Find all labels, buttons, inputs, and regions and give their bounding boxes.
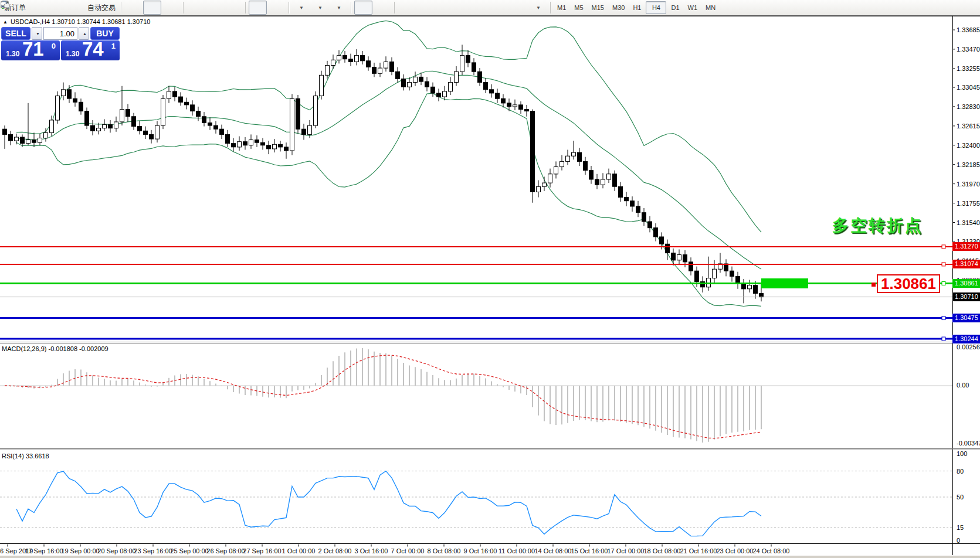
macd-axis-label: 0.00 bbox=[957, 382, 969, 389]
time-axis-label: 11 Oct 00:00 bbox=[499, 547, 535, 554]
current-price-badge: 1.30710 bbox=[952, 292, 980, 301]
symbol-header[interactable]: ▲ USDCAD-,H4 1.30710 1.30744 1.30681 1.3… bbox=[3, 18, 150, 25]
level-handle[interactable] bbox=[942, 245, 945, 249]
level-price-badge: 1.30861 bbox=[952, 279, 980, 288]
bollinger-bands bbox=[16, 21, 761, 307]
mt4-window: 新订单 自动交易 bbox=[0, 0, 980, 558]
time-axis-label: 2 Oct 08:00 bbox=[318, 547, 352, 554]
highlight-box[interactable] bbox=[761, 278, 808, 288]
price-tick-label: 1.31970 bbox=[957, 181, 980, 188]
macd-signal-line bbox=[5, 355, 761, 438]
rsi-axis-label: 0 bbox=[957, 537, 960, 544]
time-axis-label: 21 Oct 16:00 bbox=[680, 547, 717, 554]
level-handle[interactable] bbox=[942, 317, 945, 320]
price-tick-label: 1.33045 bbox=[957, 84, 980, 91]
one-click-trading-panel: SELL ▼ ▲ BUY 1.30 71 0 1.30 74 1 bbox=[1, 27, 120, 60]
macd-histogram bbox=[5, 348, 761, 443]
rsi-axis-label: 15 bbox=[957, 524, 964, 531]
rsi-axis-label: 80 bbox=[957, 468, 964, 475]
time-axis-label: 20 Sep 08:00 bbox=[97, 547, 135, 554]
level-handle[interactable] bbox=[942, 263, 945, 266]
price-callout-anchor bbox=[872, 283, 876, 287]
sell-price-display[interactable]: 1.30 71 0 bbox=[1, 40, 60, 60]
time-axis-label: 1 Oct 00:00 bbox=[282, 547, 316, 554]
price-tick-label: 1.33255 bbox=[957, 65, 980, 72]
time-axis-label: 26 Sep 08:00 bbox=[206, 547, 245, 554]
level-price-badge: 1.31270 bbox=[952, 242, 980, 251]
price-callout[interactable]: 1.30861 bbox=[877, 274, 940, 293]
level-handle[interactable] bbox=[942, 337, 945, 341]
time-axis-label: 15 Oct 16:00 bbox=[571, 547, 608, 554]
level-price-badge: 1.30244 bbox=[952, 335, 980, 343]
rsi-axis-label: 100 bbox=[957, 450, 967, 457]
price-tick-label: 1.32185 bbox=[957, 161, 980, 168]
time-axis-label: 27 Sep 16:00 bbox=[243, 547, 281, 554]
buy-price-sup: 1 bbox=[111, 42, 116, 50]
buy-price-prefix: 1.30 bbox=[66, 50, 79, 58]
time-axis-label: 18 Oct 08:00 bbox=[644, 547, 681, 554]
price-tick-label: 1.31755 bbox=[957, 200, 980, 207]
volume-input[interactable] bbox=[43, 27, 77, 40]
time-axis-label: 17 Sep 16:00 bbox=[25, 547, 63, 554]
collapse-triangle-icon[interactable]: ▲ bbox=[3, 19, 8, 25]
time-axis-label: 23 Oct 00:00 bbox=[717, 547, 754, 554]
sell-price-big: 71 bbox=[22, 38, 44, 60]
sell-price-prefix: 1.30 bbox=[6, 50, 19, 58]
macd-label: MACD(12,26,9) -0.001808 -0.002009 bbox=[2, 345, 108, 352]
time-axis-label: 3 Oct 16:00 bbox=[355, 547, 388, 554]
price-tick-label: 1.33470 bbox=[957, 46, 980, 53]
time-axis-label: 14 Oct 08:00 bbox=[535, 547, 572, 554]
time-axis-label: 25 Sep 00:00 bbox=[170, 547, 208, 554]
buy-price-display[interactable]: 1.30 74 1 bbox=[61, 40, 120, 60]
level-handle[interactable] bbox=[942, 282, 945, 285]
rsi-label: RSI(14) 33.6618 bbox=[2, 452, 49, 460]
level-price-badge: 1.30475 bbox=[952, 314, 980, 322]
time-axis-label: 9 Oct 16:00 bbox=[464, 547, 497, 554]
macd-axis-label: -0.003479 bbox=[957, 440, 980, 447]
price-tick-label: 1.31540 bbox=[957, 219, 980, 226]
chart-canvas[interactable] bbox=[0, 0, 980, 558]
symbol-title: USDCAD-,H4 1.30710 1.30744 1.30681 1.307… bbox=[11, 18, 151, 25]
window-bottom-strip bbox=[0, 556, 980, 558]
time-axis-label: 23 Sep 16:00 bbox=[134, 547, 172, 554]
buy-price-big: 74 bbox=[82, 38, 104, 60]
price-tick-label: 1.32615 bbox=[957, 123, 980, 130]
time-axis-label: 8 Oct 08:00 bbox=[428, 547, 461, 554]
price-tick-label: 1.32830 bbox=[957, 103, 980, 110]
time-axis-label: 17 Oct 00:00 bbox=[608, 547, 645, 554]
level-price-badge: 1.31074 bbox=[952, 260, 980, 268]
rsi-axis-label: 50 bbox=[957, 494, 964, 501]
turning-point-annotation[interactable]: 多空转折点 bbox=[832, 215, 923, 237]
price-tick-label: 1.33685 bbox=[957, 26, 980, 33]
sell-price-sup: 0 bbox=[52, 42, 56, 50]
price-tick-label: 1.32400 bbox=[957, 142, 980, 149]
time-axis-label: 7 Oct 00:00 bbox=[391, 547, 425, 554]
time-axis-label: 24 Oct 08:00 bbox=[753, 547, 790, 554]
macd-axis-label: 0.002561 bbox=[957, 343, 980, 351]
time-axis-label: 19 Sep 00:00 bbox=[61, 547, 99, 554]
rsi-line bbox=[16, 471, 761, 536]
